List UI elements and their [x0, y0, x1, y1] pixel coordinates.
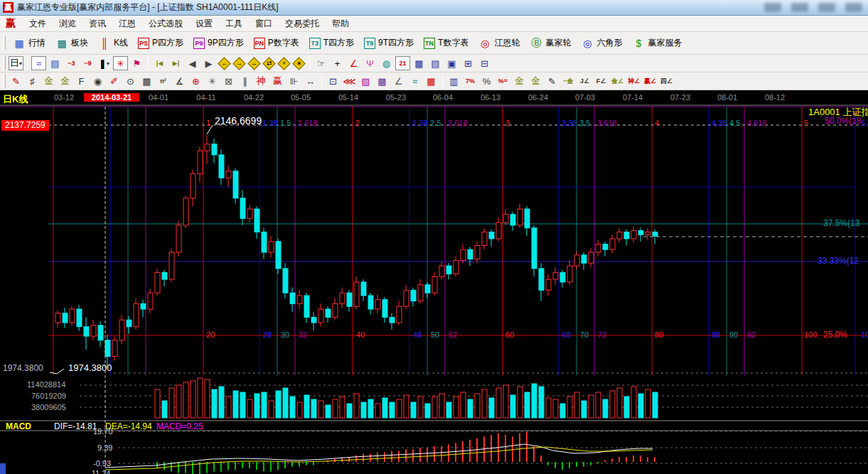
brush-tool[interactable]: ✎ [9, 74, 23, 88]
menu-item-公式选股[interactable]: 公式选股 [142, 16, 189, 31]
menu-item-文件[interactable]: 文件 [23, 16, 53, 31]
width-measure-tool[interactable]: ↔ [303, 74, 318, 88]
f-angle-tool[interactable]: F∠ [594, 74, 609, 88]
hexagon-button[interactable]: ◎六角形 [576, 34, 627, 53]
gann-wheel-button[interactable]: ◎江恩轮 [473, 34, 525, 53]
save-tool[interactable]: ▣ [444, 56, 459, 70]
box-x-tool[interactable]: ▩ [375, 74, 390, 88]
9t-square-button[interactable]: T99T四方形 [359, 34, 419, 53]
t-table-button[interactable]: TNT数字表 [419, 34, 473, 53]
calendar-21-tool[interactable]: 21 [395, 56, 410, 70]
h-compress-button[interactable]: ⇄ [262, 57, 275, 70]
window-control-icon[interactable] [845, 3, 862, 12]
menu-item-交易委托[interactable]: 交易委托 [279, 16, 326, 31]
win-angle-tool[interactable]: 赢∠ [643, 74, 658, 88]
winner-wheel-button[interactable]: Ⓑ赢家轮 [525, 34, 576, 53]
p-table-button[interactable]: PNP数字表 [249, 34, 304, 53]
trend-lines-tool[interactable]: ∠ [391, 74, 406, 88]
dense-grid-tool[interactable]: ▦ [139, 74, 154, 88]
ruler-123-tool[interactable]: ⊪ [286, 74, 301, 88]
angle-a-tool[interactable]: ∡ [172, 74, 187, 88]
main-chart-canvas[interactable] [0, 90, 868, 474]
window-control-icon[interactable] [764, 3, 781, 12]
zigzag-pattern-tool[interactable]: ≈ [31, 56, 46, 70]
square-target-tool[interactable]: ⊠ [221, 74, 236, 88]
target-circle-tool[interactable]: ⊕ [188, 74, 203, 88]
menu-item-工具[interactable]: 工具 [219, 16, 249, 31]
four-angle-tool[interactable]: 四∠ [659, 74, 674, 88]
grid-red-tool[interactable]: ▦ [424, 74, 439, 88]
t-square-button[interactable]: T3T四方形 [304, 34, 359, 53]
pan-left-button[interactable]: ← [218, 57, 230, 70]
percent-tool[interactable]: % [479, 74, 494, 88]
menu-item-帮助[interactable]: 帮助 [326, 16, 355, 31]
quotes-button[interactable]: ▦行情 [8, 34, 50, 53]
sectors-button[interactable]: ▩板块 [50, 34, 93, 53]
gold-lines-tool[interactable]: 金 [528, 74, 543, 88]
hand-tool[interactable]: ☞ [314, 56, 328, 70]
gann-fan-pink-tool[interactable]: Ψ [363, 56, 377, 70]
candlestick [354, 282, 359, 306]
win-grid-tool[interactable]: 赢 [270, 74, 285, 88]
nine-wave-tool[interactable]: ~9 [80, 56, 95, 70]
menu-item-窗口[interactable]: 窗口 [249, 16, 279, 31]
shen-angle-tool[interactable]: 神∠ [626, 74, 641, 88]
wave-tool[interactable]: ≈ [407, 74, 422, 88]
export-tool[interactable]: ⊞ [461, 56, 476, 70]
gold-angle-tool[interactable]: 金∠ [610, 74, 625, 88]
gold-square-tool[interactable]: 金 [41, 74, 56, 88]
percent-strike-tool[interactable]: 7% [463, 74, 478, 88]
h-expand-button[interactable]: ↔ [247, 57, 260, 70]
pattern-box-tool[interactable]: ✳ [113, 56, 128, 70]
fib-f-tool[interactable]: F [74, 74, 89, 88]
last-page-button[interactable]: ▶| [168, 56, 183, 70]
calculator-tool[interactable]: ▦ [412, 56, 427, 70]
chart-area[interactable]: 03-122014-03-2104-0104-1104-2205-0505-14… [0, 90, 868, 474]
web-tool[interactable]: ✳ [205, 74, 220, 88]
expand-all-button[interactable]: + [277, 57, 290, 70]
candle-style-selector[interactable]: ❚▾ [97, 56, 112, 70]
notes-tool[interactable]: ▤ [428, 56, 443, 70]
three-wave-tool[interactable]: ~3 [64, 56, 79, 70]
period-day-selector[interactable]: 日▾ [9, 56, 23, 70]
box-select-tool[interactable]: ⊡ [326, 74, 341, 88]
measure-pen-tool[interactable]: ✐ [107, 74, 122, 88]
k-mark-tool[interactable]: ∥ [237, 74, 252, 88]
window-control-icon[interactable] [818, 3, 835, 12]
angle-tool[interactable]: ∠ [346, 56, 361, 70]
window-control-icon[interactable] [791, 3, 808, 12]
kline-button[interactable]: ║K线 [93, 34, 133, 53]
menu-item-浏览[interactable]: 浏览 [53, 16, 82, 31]
gold-circle-tool[interactable]: 金 [512, 74, 527, 88]
crosshair-tool[interactable]: + [330, 56, 345, 70]
menu-item-江恩[interactable]: 江恩 [112, 16, 142, 31]
candle-pen-tool[interactable]: ✎ [545, 74, 559, 88]
print-tool[interactable]: ⊟ [477, 56, 492, 70]
menu-item-设置[interactable]: 设置 [189, 16, 219, 31]
gold-wave-tool[interactable]: ~金 [561, 74, 576, 88]
next-button[interactable]: ▶ [201, 56, 216, 70]
clipboard-tool[interactable]: ▤ [48, 56, 63, 70]
n-square-tool[interactable]: n² [156, 74, 171, 88]
prev-button[interactable]: ◀ [185, 56, 200, 70]
j-angle-tool[interactable]: J∠ [577, 74, 592, 88]
percent-lines-tool[interactable]: %= [495, 74, 510, 88]
gann-grid-tool[interactable]: ♯ [25, 74, 40, 88]
compress-all-button[interactable]: ∗ [292, 57, 305, 70]
pan-right-button[interactable]: → [232, 57, 245, 70]
gold-square-9-tool[interactable]: 金 [58, 74, 73, 88]
spiral-tool[interactable]: ◉ [90, 74, 105, 88]
mind-tool[interactable]: ◍ [379, 56, 394, 70]
fan-square-tool[interactable]: ▨ [358, 74, 373, 88]
winner-service-button[interactable]: $赢家服务 [627, 34, 687, 53]
9p-square-button[interactable]: P99P四方形 [188, 34, 249, 53]
levels-flag-tool[interactable]: ⚑ [129, 56, 144, 70]
menu-item-资讯[interactable]: 资讯 [82, 16, 112, 31]
first-page-button[interactable]: |◀ [152, 56, 167, 70]
shen-grid-tool[interactable]: 神 [254, 74, 269, 88]
fan-lines-tool[interactable]: ⋘ [342, 74, 357, 88]
window-controls-blurred[interactable] [764, 3, 862, 12]
bars-box-tool[interactable]: ▥ [446, 74, 461, 88]
p-square-button[interactable]: PSP四方形 [133, 34, 188, 53]
gann-circle-tool[interactable]: ⊙ [123, 74, 138, 88]
